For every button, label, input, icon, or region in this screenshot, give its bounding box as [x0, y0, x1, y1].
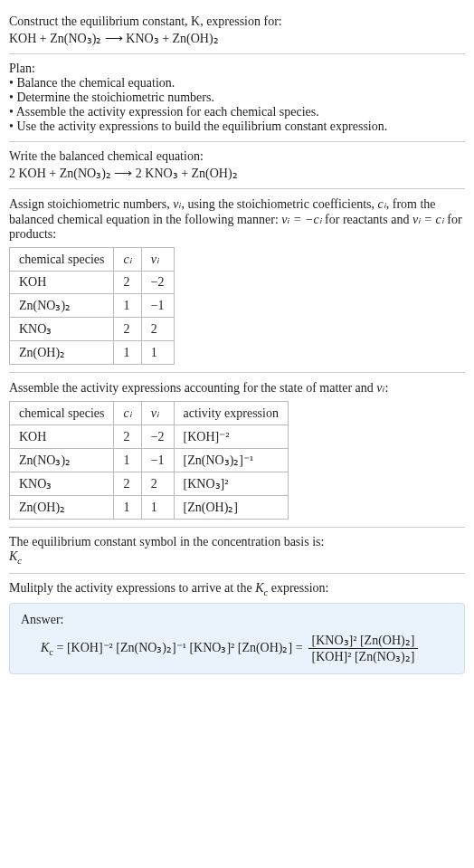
plan-item: • Determine the stoichiometric numbers. — [9, 91, 465, 105]
cell-activity: [KOH]⁻² — [174, 425, 288, 449]
table-row: KOH 2 −2 [KOH]⁻² — [10, 425, 289, 449]
table-row: Zn(OH)₂ 1 1 [Zn(OH)₂] — [10, 496, 289, 520]
kc-fraction: [KNO₃]² [Zn(OH)₂] [KOH]² [Zn(NO₃)₂] — [308, 633, 419, 664]
cell-ci: 2 — [114, 272, 141, 294]
activity-heading: Assemble the activity expressions accoun… — [9, 380, 465, 396]
multiply-section: Mulitply the activity expressions to arr… — [9, 574, 465, 682]
answer-block: Answer: Kc = [KOH]⁻² [Zn(NO₃)₂]⁻¹ [KNO₃]… — [9, 603, 465, 674]
col-vi: νᵢ — [141, 402, 174, 425]
stoich-heading: Assign stoichiometric numbers, νᵢ, using… — [9, 196, 465, 242]
multiply-heading: Mulitply the activity expressions to arr… — [9, 581, 465, 597]
cell-vi: 1 — [141, 496, 174, 520]
activity-table: chemical species cᵢ νᵢ activity expressi… — [9, 401, 289, 520]
table-row: KNO₃ 2 2 — [10, 318, 175, 341]
plan-heading: Plan: — [9, 62, 465, 76]
col-vi: νᵢ — [141, 248, 174, 272]
cell-activity: [KNO₃]² — [174, 472, 288, 496]
cell-species: KOH — [10, 272, 114, 294]
kc-lhs: Kc = [KOH]⁻² [Zn(NO₃)₂]⁻¹ [KNO₃]² [Zn(OH… — [41, 640, 303, 657]
c-symbol: cᵢ — [378, 197, 386, 211]
col-species: chemical species — [10, 402, 114, 425]
activity-text: : — [385, 381, 389, 395]
cell-species: KOH — [10, 425, 114, 449]
table-row: KNO₃ 2 2 [KNO₃]² — [10, 472, 289, 496]
cell-species: KNO₃ — [10, 318, 114, 341]
cell-ci: 1 — [114, 496, 141, 520]
unbalanced-equation: KOH + Zn(NO₃)₂ ⟶ KNO₃ + Zn(OH)₂ — [9, 29, 465, 46]
cell-vi: −1 — [141, 294, 174, 318]
col-ci: cᵢ — [114, 402, 141, 425]
kc-numerator: [KNO₃]² [Zn(OH)₂] — [308, 633, 419, 649]
intro-prompt-text: Construct the equilibrium constant, K, e… — [9, 14, 282, 28]
cell-ci: 1 — [114, 294, 141, 318]
cell-vi: 2 — [141, 472, 174, 496]
cell-vi: −1 — [141, 449, 174, 472]
col-species: chemical species — [10, 248, 114, 272]
table-row: Zn(OH)₂ 1 1 — [10, 341, 175, 365]
cell-species: KNO₃ — [10, 472, 114, 496]
table-row: KOH 2 −2 — [10, 272, 175, 294]
cell-species: Zn(NO₃)₂ — [10, 294, 114, 318]
balanced-equation: 2 KOH + Zn(NO₃)₂ ⟶ 2 KNO₃ + Zn(OH)₂ — [9, 164, 465, 181]
cell-activity: [Zn(NO₃)₂]⁻¹ — [174, 449, 288, 472]
intro-prompt: Construct the equilibrium constant, K, e… — [9, 14, 465, 29]
table-row: Zn(NO₃)₂ 1 −1 — [10, 294, 175, 318]
plan-item: • Assemble the activity expression for e… — [9, 105, 465, 119]
cell-activity: [Zn(OH)₂] — [174, 496, 288, 520]
stoich-section: Assign stoichiometric numbers, νᵢ, using… — [9, 189, 465, 373]
nu-symbol: νᵢ — [376, 381, 384, 395]
activity-text: Assemble the activity expressions accoun… — [9, 381, 376, 395]
cell-vi: 2 — [141, 318, 174, 341]
multiply-text: expression: — [268, 581, 328, 595]
stoich-text: , using the stoichiometric coefficients, — [181, 197, 377, 211]
cell-vi: −2 — [141, 272, 174, 294]
cell-species: Zn(OH)₂ — [10, 496, 114, 520]
cell-ci: 2 — [114, 472, 141, 496]
col-activity: activity expression — [174, 402, 288, 425]
plan-section: Plan: • Balance the chemical equation. •… — [9, 54, 465, 142]
kc-denominator: [KOH]² [Zn(NO₃)₂] — [308, 649, 419, 664]
relation-products: νᵢ = cᵢ — [412, 213, 444, 226]
answer-label: Answer: — [21, 613, 453, 627]
table-header-row: chemical species cᵢ νᵢ activity expressi… — [10, 402, 289, 425]
cell-ci: 2 — [114, 425, 141, 449]
table-header-row: chemical species cᵢ νᵢ — [10, 248, 175, 272]
plan-item: • Balance the chemical equation. — [9, 76, 465, 91]
table-row: Zn(NO₃)₂ 1 −1 [Zn(NO₃)₂]⁻¹ — [10, 449, 289, 472]
intro-section: Construct the equilibrium constant, K, e… — [9, 7, 465, 54]
cell-vi: −2 — [141, 425, 174, 449]
activity-section: Assemble the activity expressions accoun… — [9, 373, 465, 528]
kc-basis-heading: The equilibrium constant symbol in the c… — [9, 535, 465, 549]
kc-inline: Kc — [255, 581, 268, 595]
cell-ci: 1 — [114, 449, 141, 472]
cell-vi: 1 — [141, 341, 174, 365]
kc-basis-section: The equilibrium constant symbol in the c… — [9, 528, 465, 574]
relation-reactants: νᵢ = −cᵢ — [281, 213, 321, 226]
balanced-heading: Write the balanced chemical equation: — [9, 149, 465, 164]
kc-expression: Kc = [KOH]⁻² [Zn(NO₃)₂]⁻¹ [KNO₃]² [Zn(OH… — [21, 633, 453, 664]
stoich-text: for reactants and — [322, 213, 412, 226]
cell-species: Zn(NO₃)₂ — [10, 449, 114, 472]
col-ci: cᵢ — [114, 248, 141, 272]
cell-ci: 2 — [114, 318, 141, 341]
balanced-section: Write the balanced chemical equation: 2 … — [9, 142, 465, 189]
multiply-text: Mulitply the activity expressions to arr… — [9, 581, 255, 595]
cell-species: Zn(OH)₂ — [10, 341, 114, 365]
stoich-table: chemical species cᵢ νᵢ KOH 2 −2 Zn(NO₃)₂… — [9, 247, 175, 365]
plan-item: • Use the activity expressions to build … — [9, 119, 465, 134]
stoich-text: Assign stoichiometric numbers, — [9, 197, 173, 211]
kc-symbol: Kc — [9, 549, 465, 566]
cell-ci: 1 — [114, 341, 141, 365]
